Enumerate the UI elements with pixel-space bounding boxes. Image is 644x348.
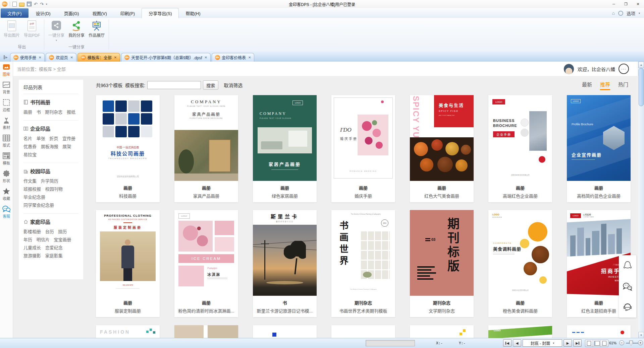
- next-page-button[interactable]: ▶: [564, 339, 572, 347]
- template-card[interactable]: 03 期刊标版 期刊杂志 文学期刊杂志: [410, 210, 474, 317]
- one-click-share-button[interactable]: 一键分享 ▾: [47, 19, 66, 42]
- scroll-down-icon[interactable]: ▼: [638, 332, 644, 338]
- template-card[interactable]: FASHION: [96, 325, 160, 338]
- sidebar-item-service[interactable]: 客服: [2, 205, 11, 219]
- tab-welcome[interactable]: DPS 欢迎页 ✕: [46, 53, 76, 62]
- zoom-out-button[interactable]: −: [619, 340, 624, 345]
- filter-link[interactable]: 展板海报: [41, 143, 58, 151]
- vertical-scrollbar[interactable]: ▲ ▼: [638, 62, 644, 338]
- filter-link[interactable]: 校园刊物: [45, 185, 63, 193]
- tab-expander-icon[interactable]: ▶: [1, 53, 10, 62]
- scroll-up-icon[interactable]: ▲: [638, 62, 644, 68]
- filter-link[interactable]: 折页: [49, 135, 58, 143]
- first-page-button[interactable]: ◀: [503, 339, 512, 347]
- export-image-button[interactable]: 导出图片: [2, 19, 21, 38]
- close-button[interactable]: ✕: [632, 0, 644, 8]
- filter-link[interactable]: 优惠券: [23, 143, 37, 151]
- template-card[interactable]: [567, 325, 631, 338]
- spread-view-icon[interactable]: [593, 340, 601, 347]
- filter-link[interactable]: 展架: [62, 143, 71, 151]
- menu-print[interactable]: 印刷(P): [114, 8, 142, 18]
- sidebar-item-gallery[interactable]: 图库: [2, 63, 10, 77]
- sidebar-item-background[interactable]: 背景: [2, 81, 10, 94]
- page-selector[interactable]: 封底 - 封面▾: [523, 339, 562, 347]
- template-card[interactable]: 中国·一站式供应商 科技公司画册 TECHNOLOGY BROCHURE 深圳市…: [96, 95, 160, 202]
- cancel-filter-button[interactable]: 取消筛选: [224, 82, 243, 88]
- filter-link[interactable]: 作文集: [23, 177, 37, 185]
- sort-hot[interactable]: 热门: [618, 81, 628, 90]
- filter-link[interactable]: 挂历: [58, 228, 67, 236]
- filter-link[interactable]: 旅游摄影: [23, 252, 41, 260]
- filter-link[interactable]: 报纸: [67, 108, 75, 116]
- tab-price-list[interactable]: DPS 金印客价格表 ✕: [212, 53, 254, 62]
- sidebar-item-favorites[interactable]: 收藏: [2, 188, 10, 201]
- tab-close-icon[interactable]: ✕: [70, 56, 73, 59]
- scrollbar-thumb[interactable]: [639, 68, 644, 106]
- filter-link[interactable]: 名片: [23, 135, 32, 143]
- service-headset-icon[interactable]: [622, 302, 633, 312]
- sidebar-item-shape[interactable]: 形状: [2, 170, 10, 183]
- sidebar-item-template[interactable]: 模板: [2, 152, 10, 165]
- sidebar-item-border[interactable]: 边框: [2, 99, 10, 112]
- tab-close-icon[interactable]: ✕: [205, 56, 207, 59]
- search-input[interactable]: [147, 81, 201, 89]
- gallery-hall-button[interactable]: 作品展厅: [87, 19, 106, 38]
- filter-link[interactable]: 期刊杂志: [45, 108, 62, 116]
- filter-link[interactable]: 同学聚会纪念册: [23, 201, 54, 209]
- minimize-button[interactable]: ─: [608, 0, 620, 8]
- filter-link[interactable]: 家庭影集: [45, 252, 63, 260]
- template-card[interactable]: 斯里兰卡 最美好的旅行日记 书 斯里兰卡游记旅游日记书模...: [253, 210, 317, 317]
- filter-link[interactable]: 年历: [23, 236, 32, 244]
- filter-link[interactable]: 明信片: [37, 236, 50, 244]
- home-icon[interactable]: ⌂: [612, 10, 615, 16]
- template-card[interactable]: [331, 325, 395, 338]
- template-card[interactable]: [253, 325, 317, 338]
- template-card[interactable]: LOGO ICE CREAM Pudupipo 冰淇淋 画册 粉色简约清新时尚冰…: [174, 210, 238, 317]
- menu-design[interactable]: 设计(D): [29, 8, 57, 18]
- qq-icon[interactable]: [623, 260, 633, 272]
- filter-link[interactable]: 单张: [37, 135, 45, 143]
- template-card[interactable]: LOGO Profile Brochure 企业宣传画册 画册 高档简约蓝色企业…: [567, 95, 631, 202]
- last-page-button[interactable]: ▶: [573, 339, 582, 347]
- options-caret-icon[interactable]: ▾: [639, 12, 640, 15]
- skin-icon[interactable]: [618, 11, 623, 16]
- filter-link[interactable]: 毕业纪念册: [23, 193, 45, 201]
- template-card[interactable]: The World of Chinese Painting & Calligra…: [331, 210, 395, 317]
- template-card[interactable]: [410, 325, 474, 338]
- template-card[interactable]: LOGO BUSINESS BROCHURE 企业手册 深圳市中文某某有限公司 …: [488, 95, 552, 202]
- sidebar-item-layout[interactable]: 版式: [2, 134, 10, 148]
- options-label[interactable]: 选项: [627, 10, 635, 16]
- menu-page[interactable]: 页面(G): [57, 8, 86, 18]
- tab-document[interactable]: DPS 天誉花开-小学部第6期（总第9期）.dpsf ✕: [121, 53, 211, 62]
- fit-view-icon[interactable]: [585, 340, 593, 347]
- single-page-view-icon[interactable]: [601, 340, 608, 347]
- zoom-slider-thumb[interactable]: [629, 341, 633, 346]
- search-button[interactable]: 搜索: [203, 80, 218, 90]
- zoom-in-button[interactable]: +: [638, 340, 643, 345]
- message-icon[interactable]: ···: [619, 64, 629, 74]
- tab-close-icon[interactable]: ✕: [248, 56, 251, 59]
- template-card[interactable]: SPICY YU 美食与生活 SPICY FISH AND YOUR CHARA…: [410, 95, 474, 202]
- tab-manual[interactable]: DPS 使用手册 ✕: [10, 53, 45, 62]
- sidebar-item-material[interactable]: 素材: [2, 117, 10, 130]
- template-card[interactable]: LOGO CORPORATE 美食调料画册 深圳市中文某某有限公司 画册 橙色美…: [488, 210, 552, 317]
- filter-link[interactable]: 儿童成长: [23, 244, 41, 252]
- sort-newest[interactable]: 最新: [582, 81, 592, 90]
- template-card[interactable]: LOGO: [488, 325, 552, 338]
- tab-close-icon[interactable]: ✕: [39, 56, 41, 59]
- template-card[interactable]: LOGO COMPANY PLEASE TEXT YOUR SLOGAN 家居产…: [253, 95, 317, 202]
- filter-link[interactable]: 升学简历: [41, 177, 58, 185]
- tab-close-icon[interactable]: ✕: [114, 56, 117, 59]
- template-card[interactable]: [174, 325, 238, 338]
- template-card[interactable]: I'DO 婚庆手册 ROMANCE WEDDING 画册 婚庆手册: [331, 95, 395, 202]
- filter-link[interactable]: 班报校报: [23, 185, 41, 193]
- filter-link[interactable]: 宣传册: [62, 135, 75, 143]
- my-share-button[interactable]: 我的分享: [67, 19, 86, 38]
- export-pdf-button[interactable]: pdf 导出PDF: [22, 19, 42, 38]
- prev-page-button[interactable]: ◀: [513, 339, 521, 347]
- menu-file[interactable]: 文件(F): [1, 8, 29, 18]
- avatar[interactable]: [564, 64, 574, 74]
- share-dropdown-caret-icon[interactable]: ▾: [56, 39, 57, 42]
- template-card[interactable]: PROFESSIONAL CLOTHING AD-FANCED CUSTOMIZ…: [96, 210, 160, 317]
- menu-help[interactable]: 帮助(H): [179, 8, 207, 18]
